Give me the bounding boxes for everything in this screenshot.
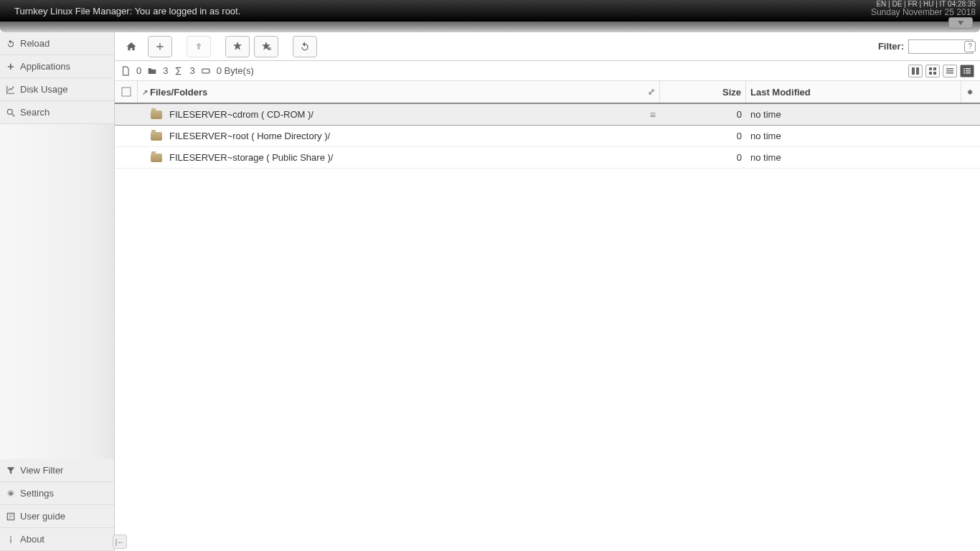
svg-rect-4 — [10, 538, 11, 542]
svg-point-8 — [208, 70, 209, 71]
svg-point-0 — [7, 109, 12, 114]
sidebar-item-label: Disk Usage — [20, 84, 67, 95]
sort-indicator-icon: ↗ — [142, 88, 148, 96]
file-row[interactable]: FILESERVER~cdrom ( CD-ROM )/≡0no time — [115, 104, 980, 126]
sidebar-item-label: Applications — [20, 61, 70, 72]
refresh-button[interactable] — [293, 36, 317, 57]
select-all-checkbox[interactable] — [115, 81, 138, 103]
svg-rect-14 — [933, 72, 936, 75]
file-name: FILESERVER~root ( Home Directory )/ — [169, 131, 330, 141]
expand-column-icon[interactable]: ⤢ — [648, 87, 655, 97]
view-grid-button[interactable] — [925, 65, 940, 77]
sidebar-item-label: Settings — [20, 488, 54, 499]
folder-icon — [151, 154, 162, 162]
svg-rect-6 — [268, 49, 271, 50]
folder-count: 3 — [163, 65, 168, 76]
filter-input[interactable] — [908, 39, 973, 54]
upload-button[interactable] — [187, 36, 211, 57]
column-size[interactable]: Size — [660, 81, 746, 103]
column-name-label: Files/Folders — [150, 87, 207, 98]
view-columns-button[interactable] — [908, 65, 923, 77]
bookmark-add-button[interactable] — [225, 36, 250, 57]
svg-rect-5 — [268, 47, 271, 48]
filter-label: Filter: — [878, 41, 904, 52]
file-modified: no time — [746, 131, 961, 141]
collapse-sidebar-button[interactable]: |← — [113, 534, 127, 549]
file-icon — [121, 66, 131, 76]
column-modified[interactable]: Last Modified — [746, 81, 961, 103]
file-size: 0 — [660, 109, 746, 120]
file-name: FILESERVER~storage ( Public Share )/ — [169, 152, 333, 163]
svg-rect-10 — [916, 67, 919, 75]
reload-icon — [6, 39, 16, 49]
sidebar-item-label: View Filter — [20, 465, 63, 476]
sidebar: ReloadApplicationsDisk UsageSearch View … — [0, 32, 115, 551]
sidebar-item-user-guide[interactable]: User guide — [0, 505, 114, 528]
svg-rect-21 — [966, 70, 971, 72]
file-modified: no time — [746, 152, 961, 163]
svg-rect-19 — [966, 68, 971, 70]
sidebar-item-about[interactable]: About — [0, 528, 114, 551]
column-name[interactable]: ↗ Files/Folders ⤢ — [138, 81, 660, 103]
folder-icon — [151, 110, 162, 119]
svg-rect-20 — [963, 70, 965, 72]
sidebar-item-disk-usage[interactable]: Disk Usage — [0, 78, 114, 101]
row-menu-icon[interactable]: ≡ — [650, 109, 656, 121]
file-row[interactable]: FILESERVER~root ( Home Directory )/0no t… — [115, 126, 980, 147]
filter-icon — [6, 466, 16, 476]
file-name: FILESERVER~cdrom ( CD-ROM )/ — [169, 109, 314, 120]
sidebar-item-reload[interactable]: Reload — [0, 32, 114, 55]
sidebar-item-label: User guide — [20, 511, 65, 522]
home-button[interactable] — [119, 36, 143, 57]
view-list-button[interactable] — [943, 65, 957, 77]
file-modified: no time — [746, 109, 961, 120]
svg-rect-17 — [946, 72, 953, 74]
search-icon — [6, 108, 16, 118]
sidebar-item-label: Reload — [20, 38, 50, 49]
column-modified-label: Last Modified — [750, 87, 811, 98]
svg-rect-13 — [929, 72, 932, 75]
apps-icon — [6, 62, 16, 72]
svg-rect-16 — [946, 70, 953, 72]
file-row[interactable]: FILESERVER~storage ( Public Share )/0no … — [115, 147, 980, 169]
svg-rect-11 — [929, 67, 932, 70]
add-button[interactable] — [148, 36, 172, 57]
sidebar-item-view-filter[interactable]: View Filter — [0, 459, 114, 482]
svg-rect-18 — [963, 68, 965, 70]
svg-rect-12 — [933, 67, 936, 70]
svg-rect-24 — [122, 88, 131, 96]
gear-icon — [6, 489, 16, 499]
chart-icon — [6, 85, 16, 95]
date-display: Sunday November 25 2018 — [871, 7, 976, 17]
svg-rect-15 — [946, 68, 953, 70]
top-bar: Turnkey Linux File Manager: You are logg… — [0, 0, 980, 22]
file-count: 0 — [136, 65, 141, 76]
svg-rect-22 — [963, 72, 965, 74]
book-icon — [6, 512, 16, 522]
sidebar-item-label: Search — [20, 107, 50, 118]
file-list: FILESERVER~cdrom ( CD-ROM )/≡0no timeFIL… — [115, 104, 980, 551]
folder-icon — [147, 66, 157, 76]
header-gradient — [0, 22, 980, 32]
info-icon — [6, 534, 16, 545]
file-size: 0 — [660, 131, 746, 141]
bookmark-manage-button[interactable] — [254, 36, 278, 57]
expand-header-button[interactable] — [948, 17, 973, 29]
main-panel: Filter: ? 0 3 3 0 Byte(s) — [115, 32, 980, 551]
sidebar-item-settings[interactable]: Settings — [0, 482, 114, 505]
sidebar-item-search[interactable]: Search — [0, 101, 114, 124]
file-size: 0 — [660, 152, 746, 163]
sidebar-item-applications[interactable]: Applications — [0, 55, 114, 78]
sigma-icon — [174, 66, 184, 76]
app-title: Turnkey Linux File Manager: You are logg… — [14, 6, 240, 17]
bytes-label: 0 Byte(s) — [217, 65, 254, 76]
toolbar: Filter: ? — [115, 32, 980, 61]
status-bar: 0 3 3 0 Byte(s) — [115, 61, 980, 81]
svg-rect-3 — [10, 536, 11, 537]
total-count: 3 — [189, 65, 194, 76]
sidebar-item-label: About — [20, 534, 44, 545]
column-header: ↗ Files/Folders ⤢ Size Last Modified — [115, 81, 980, 104]
column-settings-button[interactable] — [961, 81, 980, 103]
view-detail-button[interactable] — [960, 65, 974, 77]
svg-rect-23 — [966, 72, 971, 74]
